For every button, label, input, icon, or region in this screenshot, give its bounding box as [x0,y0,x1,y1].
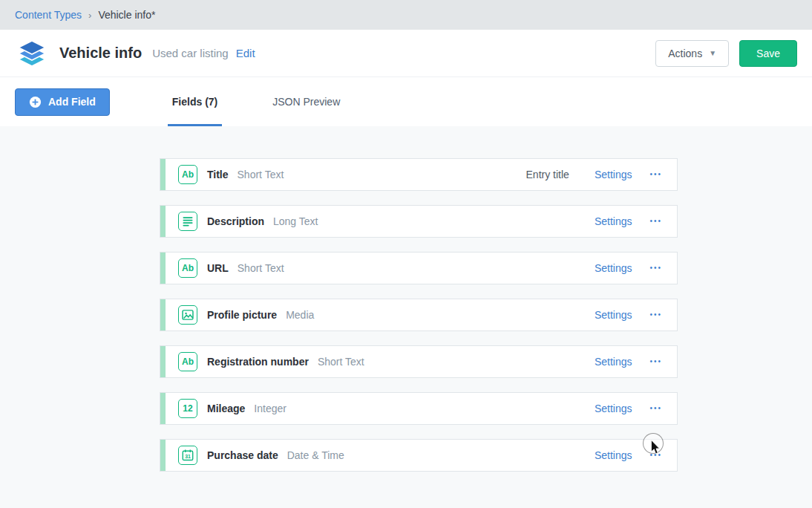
field-row-actions: Settings ••• [595,449,677,461]
field-settings-link[interactable]: Settings [595,449,632,461]
field-row: Profile picture Media Settings ••• [160,299,678,331]
add-field-button[interactable]: Add Field [15,88,110,116]
tab-json-preview[interactable]: JSON Preview [268,77,344,126]
field-row: Ab Title Short Text Entry title Settings… [160,158,678,191]
field-more-button[interactable]: ••• [649,218,662,225]
field-accent-bar [160,299,166,330]
breadcrumb-current: Vehicle info* [98,9,155,21]
field-more-button[interactable]: ••• [649,405,662,412]
field-row: Ab Registration number Short Text Settin… [160,345,678,378]
field-type-label: Integer [254,403,287,414]
toolbar: Add Field Fields (7) JSON Preview [0,77,812,126]
field-name: Registration number [207,356,309,368]
breadcrumb: Content Types › Vehicle info* [0,0,812,30]
field-more-button[interactable]: ••• [649,264,662,272]
field-settings-link[interactable]: Settings [595,403,632,414]
chevron-down-icon: ▼ [709,49,716,57]
field-row: Description Long Text Settings ••• [160,205,678,238]
actions-button-label: Actions [668,48,702,59]
tab-fields[interactable]: Fields (7) [168,77,222,126]
field-row-actions: Settings ••• [595,356,677,368]
field-name: Mileage [207,403,245,414]
long-text-icon [178,212,197,231]
field-row: 31 Purchase date Date & Time Settings ••… [160,439,678,472]
field-type-label: Short Text [238,262,284,274]
header-actions: Actions ▼ Save [655,40,797,67]
field-settings-link[interactable]: Settings [595,356,632,368]
short-text-icon: Ab [178,165,197,184]
field-name: Description [207,215,264,227]
field-more-button[interactable]: ••• [649,358,662,365]
field-more-button[interactable]: ••• [649,171,662,178]
content-type-icon [15,38,49,69]
actions-button[interactable]: Actions ▼ [655,40,729,67]
svg-text:31: 31 [185,454,191,459]
header: Vehicle info Used car listing Edit Actio… [0,30,812,77]
field-type-label: Short Text [238,169,284,180]
breadcrumb-separator-icon: › [88,10,91,21]
tabs: Fields (7) JSON Preview [168,77,391,126]
field-accent-bar [160,159,166,190]
content-area: Ab Title Short Text Entry title Settings… [0,126,812,472]
integer-icon: 12 [178,399,197,418]
field-type-label: Short Text [318,356,364,368]
field-row-actions: Settings ••• [595,309,677,321]
field-row: 12 Mileage Integer Settings ••• [160,392,678,425]
media-icon [178,305,197,325]
page-title: Vehicle info [59,45,142,62]
field-more-button[interactable]: ••• [649,311,662,319]
field-accent-bar [160,346,166,377]
field-name: Purchase date [207,449,278,461]
content-type-editor-page: Content Types › Vehicle info* Vehicle in… [0,0,812,472]
field-accent-bar [160,253,166,284]
add-field-label: Add Field [48,96,96,108]
page-subtitle: Used car listing [152,47,229,59]
field-list: Ab Title Short Text Entry title Settings… [160,158,678,472]
date-icon: 31 [178,446,197,465]
short-text-icon: Ab [178,352,197,371]
short-text-icon: Ab [178,258,197,278]
entry-title-badge: Entry title [526,169,569,180]
field-settings-link[interactable]: Settings [595,169,632,180]
field-type-label: Media [286,309,314,321]
field-settings-link[interactable]: Settings [595,215,632,227]
field-more-button[interactable]: ••• [649,452,662,459]
field-row-actions: Settings ••• [595,403,677,414]
plus-circle-icon [29,96,42,108]
field-type-label: Long Text [273,215,318,227]
save-button[interactable]: Save [739,40,797,67]
field-accent-bar [160,440,166,471]
field-row-actions: Settings ••• [595,262,677,274]
breadcrumb-content-types-link[interactable]: Content Types [15,9,82,21]
field-row-actions: Entry title Settings ••• [526,169,677,180]
field-accent-bar [160,393,166,424]
field-row: Ab URL Short Text Settings ••• [160,252,678,284]
field-name: Profile picture [207,309,277,321]
field-name: Title [207,169,229,180]
edit-description-link[interactable]: Edit [236,47,255,59]
field-accent-bar [160,206,166,237]
field-settings-link[interactable]: Settings [595,262,632,274]
field-name: URL [207,262,229,274]
field-row-actions: Settings ••• [595,215,677,227]
field-type-label: Date & Time [287,449,344,461]
field-settings-link[interactable]: Settings [595,309,632,321]
